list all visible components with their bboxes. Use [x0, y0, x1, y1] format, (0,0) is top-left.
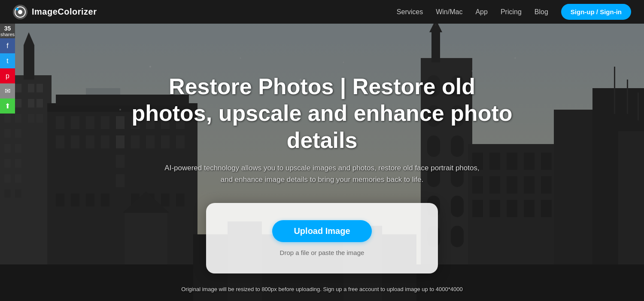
share-count: 35 shares	[0, 24, 15, 38]
nav-app[interactable]: App	[475, 8, 487, 16]
nav-blog[interactable]: Blog	[535, 8, 548, 16]
hero-content: Restore Photos | Restore old photos, ups…	[0, 47, 644, 301]
social-bar: 35 shares f t p ✉ ⬆	[0, 24, 15, 114]
hero-section: Restore Photos | Restore old photos, ups…	[0, 24, 644, 301]
footer-note: Original image will be resized to 800px …	[0, 286, 644, 292]
logo-area[interactable]: ImageColorizer	[13, 5, 97, 19]
twitter-button[interactable]: t	[0, 53, 15, 68]
svg-point-3	[16, 8, 18, 10]
upload-button[interactable]: Upload Image	[272, 220, 371, 242]
svg-point-2	[18, 10, 22, 14]
nav-winmac[interactable]: Win/Mac	[436, 8, 462, 16]
navbar: ImageColorizer Services Win/Mac App Pric…	[0, 0, 644, 24]
facebook-button[interactable]: f	[0, 38, 15, 53]
nav-links: Services Win/Mac App Pricing Blog Sign-u…	[397, 4, 631, 20]
pinterest-button[interactable]: p	[0, 68, 15, 83]
nav-services[interactable]: Services	[397, 8, 423, 16]
facebook-icon: f	[6, 42, 8, 50]
nav-pricing[interactable]: Pricing	[501, 8, 522, 16]
signin-button[interactable]: Sign-up / Sign-in	[561, 4, 631, 20]
email-share-button[interactable]: ✉	[0, 83, 15, 98]
upload-hint: Drop a file or paste the image	[280, 249, 365, 256]
hero-title: Restore Photos | Restore old photos, ups…	[129, 73, 515, 154]
logo-text: ImageColorizer	[32, 7, 97, 17]
share-button[interactable]: ⬆	[0, 98, 15, 114]
logo-icon	[13, 5, 27, 19]
upload-box: Upload Image Drop a file or paste the im…	[206, 203, 438, 273]
pinterest-icon: p	[6, 72, 9, 80]
twitter-icon: t	[6, 57, 8, 65]
share-icon: ⬆	[5, 102, 10, 110]
email-icon: ✉	[5, 87, 10, 95]
hero-subtitle: AI-powered technology allows you to upsc…	[159, 162, 485, 185]
